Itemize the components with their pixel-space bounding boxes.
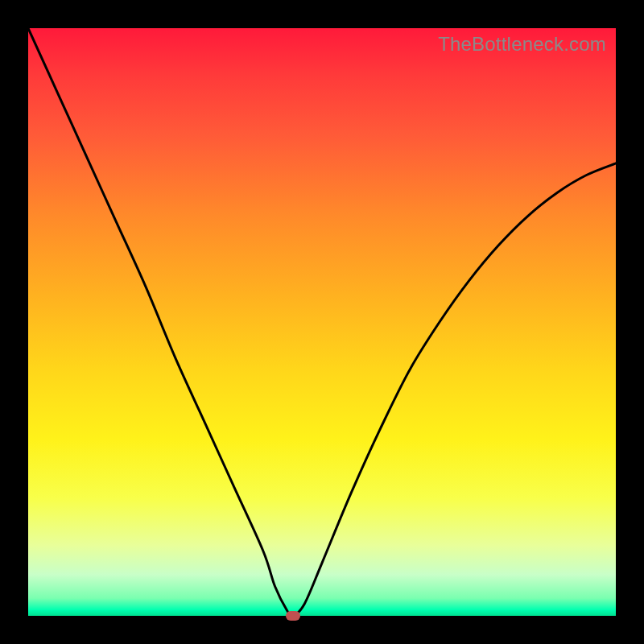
bottleneck-curve (28, 28, 616, 616)
plot-area: TheBottleneck.com (28, 28, 616, 616)
chart-frame: TheBottleneck.com (0, 0, 644, 644)
curve-layer (28, 28, 616, 616)
optimal-point-marker (286, 611, 300, 621)
